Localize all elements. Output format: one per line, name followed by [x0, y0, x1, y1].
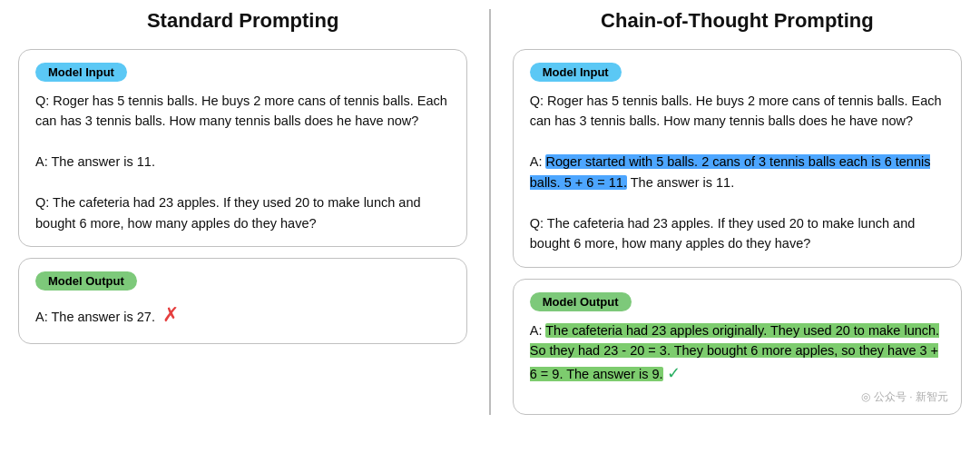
left-q2: Q: The cafeteria had 23 apples. If they … — [35, 195, 421, 230]
correct-icon: ✓ — [667, 361, 681, 387]
right-answer-highlight: The cafeteria had 23 apples originally. … — [530, 323, 939, 381]
column-divider — [489, 9, 491, 415]
main-layout: Standard Prompting Model Input Q: Roger … — [18, 9, 962, 415]
watermark-text: 公众号 · 新智元 — [874, 389, 948, 405]
right-input-text: Q: Roger has 5 tennis balls. He buys 2 m… — [530, 91, 945, 254]
right-title: Chain-of-Thought Prompting — [513, 9, 962, 33]
left-input-card: Model Input Q: Roger has 5 tennis balls.… — [18, 49, 467, 247]
right-a1-post: The answer is 11. — [627, 175, 734, 190]
left-column: Standard Prompting Model Input Q: Roger … — [18, 9, 467, 415]
right-output-text: A: The cafeteria had 23 apples originall… — [530, 320, 945, 387]
left-answer: A: The answer is 27. — [35, 310, 155, 324]
right-a1-pre: A: — [530, 154, 546, 169]
right-output-card: Model Output A: The cafeteria had 23 app… — [513, 279, 962, 415]
right-answer-pre: A: — [530, 323, 545, 338]
watermark: ◎ 公众号 · 新智元 — [861, 389, 948, 405]
left-title: Standard Prompting — [18, 9, 467, 33]
watermark-icon: ◎ — [861, 390, 870, 403]
wrong-icon: ✗ — [162, 300, 179, 330]
right-output-badge: Model Output — [530, 292, 632, 311]
left-output-card: Model Output A: The answer is 27. ✗ — [18, 258, 467, 344]
right-q2: Q: The cafeteria had 23 apples. If they … — [530, 216, 916, 251]
right-q1: Q: Roger has 5 tennis balls. He buys 2 m… — [530, 94, 942, 128]
left-q1: Q: Roger has 5 tennis balls. He buys 2 m… — [35, 94, 447, 128]
left-input-badge: Model Input — [35, 63, 127, 82]
right-column: Chain-of-Thought Prompting Model Input Q… — [513, 9, 962, 415]
right-input-card: Model Input Q: Roger has 5 tennis balls.… — [513, 49, 962, 268]
left-output-badge: Model Output — [35, 271, 137, 291]
left-input-text: Q: Roger has 5 tennis balls. He buys 2 m… — [35, 91, 450, 233]
right-input-badge: Model Input — [530, 63, 622, 82]
left-output-text: A: The answer is 27. ✗ — [35, 300, 450, 330]
left-a1: A: The answer is 11. — [35, 154, 155, 169]
